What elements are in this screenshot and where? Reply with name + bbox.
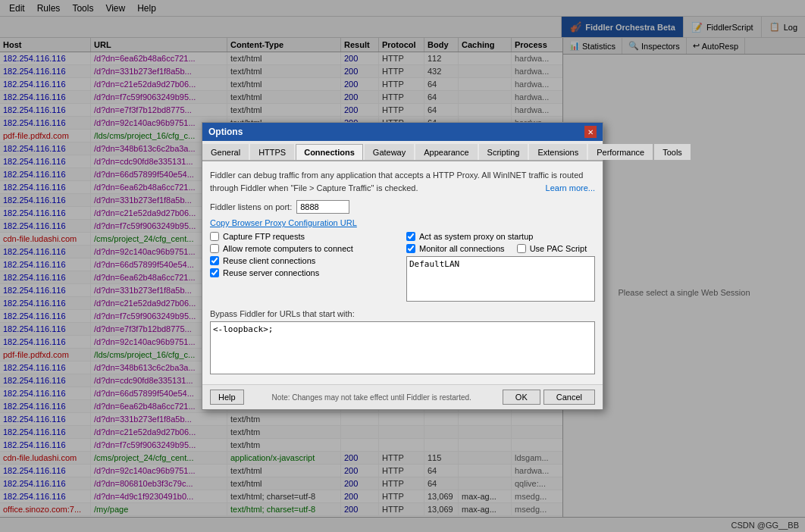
pac-script-label: Use PAC Script — [530, 244, 587, 253]
bypass-label: Bypass Fiddler for URLs that start with: — [210, 309, 595, 318]
dialog-close-button[interactable]: ✕ — [584, 126, 597, 138]
footer-note: Note: Changes may not take effect until … — [244, 393, 500, 402]
tab-extensions[interactable]: Extensions — [529, 144, 587, 160]
tab-performance[interactable]: Performance — [588, 144, 653, 160]
checkbox-allow-remote: Allow remote computers to connect — [210, 244, 399, 253]
allow-remote-label: Allow remote computers to connect — [223, 244, 353, 253]
dialog-overlay: Options ✕ General HTTPS Connections Gate… — [0, 0, 805, 532]
port-label: Fiddler listens on port: — [210, 202, 292, 211]
checkbox-reuse-server: Reuse server connections — [210, 268, 399, 277]
dialog-titlebar: Options ✕ — [202, 123, 603, 141]
dialog-left-col: Capture FTP requests Allow remote comput… — [210, 232, 399, 303]
tab-connections[interactable]: Connections — [296, 144, 363, 160]
dialog-footer: Help Note: Changes may not take effect u… — [202, 384, 603, 409]
port-input[interactable] — [296, 200, 349, 214]
checkbox-reuse-client: Reuse client connections — [210, 256, 399, 265]
allow-remote-checkbox[interactable] — [210, 244, 219, 253]
dialog-split: Capture FTP requests Allow remote comput… — [210, 232, 595, 303]
tab-tools[interactable]: Tools — [654, 144, 691, 160]
checkbox-capture-ftp: Capture FTP requests — [210, 232, 399, 241]
bypass-textarea[interactable]: <-loopback>; — [210, 321, 595, 374]
system-proxy-label: Act as system proxy on startup — [419, 232, 533, 241]
port-row: Fiddler listens on port: — [210, 200, 595, 214]
tab-general[interactable]: General — [202, 144, 249, 160]
pac-script-checkbox[interactable] — [517, 244, 526, 253]
copy-proxy-link[interactable]: Copy Browser Proxy Configuration URL — [210, 218, 357, 227]
tab-appearance[interactable]: Appearance — [415, 144, 477, 160]
learn-more-link[interactable]: Learn more... — [546, 182, 595, 195]
capture-ftp-label: Capture FTP requests — [223, 232, 305, 241]
bypass-section: Bypass Fiddler for URLs that start with:… — [210, 309, 595, 376]
reuse-server-checkbox[interactable] — [210, 268, 219, 277]
options-dialog: Options ✕ General HTTPS Connections Gate… — [202, 122, 603, 410]
tab-https[interactable]: HTTPS — [250, 144, 294, 160]
capture-ftp-checkbox[interactable] — [210, 232, 219, 241]
dialog-tabs: General HTTPS Connections Gateway Appear… — [202, 141, 603, 161]
tab-gateway[interactable]: Gateway — [365, 144, 414, 160]
reuse-client-label: Reuse client connections — [223, 256, 315, 265]
lan-textarea[interactable]: DefaultLAN — [406, 256, 595, 302]
dialog-right-col: Act as system proxy on startup Monitor a… — [406, 232, 595, 303]
monitor-all-label: Monitor all connections — [419, 244, 505, 253]
help-button[interactable]: Help — [210, 390, 244, 405]
ok-button[interactable]: OK — [503, 390, 540, 405]
copy-proxy-row: Copy Browser Proxy Configuration URL — [210, 218, 595, 227]
system-proxy-checkbox[interactable] — [406, 232, 415, 241]
dialog-body: Fiddler can debug traffic from any appli… — [202, 161, 603, 384]
tab-scripting[interactable]: Scripting — [479, 144, 528, 160]
reuse-client-checkbox[interactable] — [210, 256, 219, 265]
monitor-all-checkbox[interactable] — [406, 244, 415, 253]
reuse-server-label: Reuse server connections — [223, 268, 319, 277]
checkbox-system-proxy: Act as system proxy on startup — [406, 232, 595, 241]
dialog-description: Fiddler can debug traffic from any appli… — [210, 169, 595, 194]
cancel-button[interactable]: Cancel — [543, 390, 595, 405]
checkbox-monitor-all: Monitor all connections Use PAC Script — [406, 244, 595, 253]
dialog-title: Options — [208, 127, 243, 137]
